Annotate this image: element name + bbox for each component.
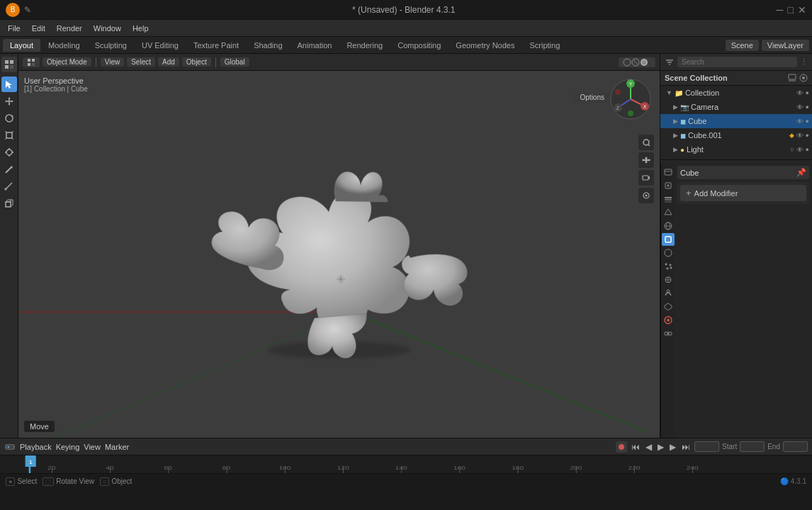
menu-edit[interactable]: Edit bbox=[27, 23, 50, 34]
collection-render-toggle[interactable]: ● bbox=[806, 89, 809, 97]
tab-texture-paint[interactable]: Texture Paint bbox=[186, 39, 246, 52]
output-properties-icon[interactable] bbox=[662, 179, 675, 192]
filter-icon[interactable] bbox=[665, 57, 675, 67]
timeline-type-icon[interactable] bbox=[4, 441, 16, 453]
timeline-ruler[interactable]: 1 20 40 60 80 100 120 140 160 180 200 22… bbox=[0, 455, 812, 473]
rotate-tool-button[interactable] bbox=[1, 110, 17, 126]
scene-filter-button[interactable]: ⋮ bbox=[800, 57, 808, 67]
tab-uv-editing[interactable]: UV Editing bbox=[135, 39, 186, 52]
play-button[interactable]: ▶ bbox=[656, 442, 665, 452]
editor-type-button[interactable] bbox=[23, 57, 40, 67]
tab-scripting[interactable]: Scripting bbox=[522, 39, 567, 52]
cube-view-toggle[interactable]: 👁 bbox=[796, 118, 803, 125]
object-shader-icon[interactable] bbox=[662, 327, 675, 340]
scene-properties-icon[interactable] bbox=[662, 206, 675, 219]
navigation-gizmo[interactable]: Y X Z bbox=[608, 76, 654, 123]
scene-badge[interactable]: Scene bbox=[726, 40, 759, 51]
render-properties-icon[interactable] bbox=[662, 166, 675, 178]
add-modifier-button[interactable]: + Add Modifier bbox=[680, 185, 806, 201]
close-button[interactable]: ✕ bbox=[798, 4, 806, 16]
minimize-button[interactable]: ─ bbox=[777, 4, 784, 16]
select-tool-button[interactable] bbox=[1, 76, 17, 92]
viewport-options-button[interactable]: Options bbox=[575, 92, 610, 103]
tab-animation[interactable]: Animation bbox=[291, 39, 339, 52]
tab-geometry-nodes[interactable]: Geometry Nodes bbox=[449, 39, 521, 52]
camera-render-toggle[interactable]: ● bbox=[806, 103, 809, 111]
record-button[interactable] bbox=[616, 441, 627, 453]
tab-rendering[interactable]: Rendering bbox=[339, 39, 390, 52]
cube001-render-toggle[interactable]: ● bbox=[806, 132, 809, 140]
keying-menu[interactable]: Keying bbox=[56, 443, 80, 451]
scene-search-input[interactable] bbox=[677, 57, 797, 67]
constraints-properties-icon[interactable] bbox=[662, 287, 675, 300]
scale-tool-button[interactable] bbox=[1, 128, 17, 143]
select-menu-button[interactable]: Select bbox=[127, 57, 155, 67]
add-cube-tool-button[interactable] bbox=[1, 196, 17, 211]
cube-render-toggle[interactable]: ● bbox=[806, 118, 809, 125]
scene-item-light[interactable]: ▶ ● Light ○ 👁 ● bbox=[660, 142, 812, 157]
modifier-section: + Add Modifier bbox=[677, 182, 809, 204]
object-mode-button[interactable]: Object Mode bbox=[43, 57, 91, 67]
maximize-button[interactable]: □ bbox=[788, 4, 794, 16]
material-properties-icon[interactable] bbox=[662, 314, 675, 327]
scene-item-collection[interactable]: ▼ 📁 Collection 👁 ● bbox=[660, 86, 812, 100]
menu-help[interactable]: Help bbox=[128, 23, 154, 34]
physics-properties-icon[interactable] bbox=[662, 273, 675, 286]
viewport-shading-buttons[interactable] bbox=[619, 57, 655, 67]
object-pin-icon[interactable]: 📌 bbox=[796, 168, 806, 177]
menu-window[interactable]: Window bbox=[89, 23, 126, 34]
cube-icon: ◼ bbox=[680, 118, 686, 125]
expand-icon[interactable]: ▼ bbox=[666, 89, 672, 96]
collection-view-toggle[interactable]: 👁 bbox=[796, 89, 803, 97]
move-tool-button[interactable] bbox=[1, 94, 17, 109]
particles-properties-icon[interactable] bbox=[662, 260, 675, 273]
menu-render[interactable]: Render bbox=[52, 23, 87, 34]
render-icon[interactable] bbox=[799, 74, 808, 82]
cube001-view-toggle[interactable]: 👁 bbox=[796, 132, 803, 140]
object-data-properties-icon[interactable] bbox=[662, 300, 675, 313]
jump-to-start-button[interactable]: ⏮ bbox=[630, 442, 641, 452]
transform-tool-button[interactable] bbox=[1, 144, 17, 160]
current-frame-input[interactable]: 1 bbox=[694, 441, 719, 452]
transform-button[interactable]: Global bbox=[220, 57, 249, 67]
playback-menu[interactable]: Playback bbox=[20, 443, 52, 451]
start-frame-input[interactable]: 1 bbox=[740, 441, 765, 452]
view-layer-properties-icon[interactable] bbox=[662, 193, 675, 205]
main-content: Object Mode View Select Add Object Globa… bbox=[0, 54, 812, 438]
light-render-toggle[interactable]: ● bbox=[806, 146, 809, 154]
tab-shading[interactable]: Shading bbox=[247, 39, 289, 52]
scene-item-camera[interactable]: ▶ 📷 Camera 👁 ● bbox=[660, 100, 812, 114]
viewlayer-badge[interactable]: ViewLayer bbox=[762, 40, 809, 51]
light-view-toggle[interactable]: 👁 bbox=[796, 146, 803, 154]
camera-view-toggle[interactable]: 👁 bbox=[796, 103, 803, 111]
jump-to-end-button[interactable]: ⏭ bbox=[680, 442, 692, 452]
prev-frame-button[interactable]: ◀ bbox=[644, 442, 653, 452]
viewport-3d[interactable]: Object Mode View Select Add Object Globa… bbox=[18, 54, 660, 438]
measure-tool-button[interactable] bbox=[1, 178, 17, 194]
menu-file[interactable]: File bbox=[3, 23, 26, 34]
object-properties-icon[interactable] bbox=[662, 233, 675, 246]
annotate-tool-button[interactable] bbox=[1, 162, 17, 177]
add-menu-button[interactable]: Add bbox=[158, 57, 179, 67]
tab-sculpting[interactable]: Sculpting bbox=[88, 39, 134, 52]
camera-view-button[interactable] bbox=[638, 170, 654, 186]
end-frame-input[interactable]: 250 bbox=[783, 441, 808, 452]
view-menu-button[interactable]: View bbox=[101, 57, 125, 67]
tab-layout[interactable]: Layout bbox=[3, 39, 40, 52]
scene-item-cube[interactable]: ▶ ◼ Cube 👁 ● bbox=[660, 114, 812, 128]
modifier-properties-icon[interactable] bbox=[662, 246, 675, 259]
zoom-to-fit-button[interactable] bbox=[638, 135, 654, 150]
scene-settings-button[interactable] bbox=[638, 188, 654, 203]
pan-button[interactable] bbox=[638, 152, 654, 168]
world-properties-icon[interactable] bbox=[662, 220, 675, 232]
object-menu-button[interactable]: Object bbox=[182, 57, 211, 67]
view-icon[interactable] bbox=[788, 74, 796, 82]
canvas-area[interactable]: User Perspective [1] Collection | Cube O… bbox=[18, 71, 660, 438]
tab-compositing[interactable]: Compositing bbox=[390, 39, 448, 52]
tab-modeling[interactable]: Modeling bbox=[41, 39, 87, 52]
next-frame-button[interactable]: ▶ bbox=[668, 442, 677, 452]
properties-main: Cube 📌 + Add Modifier bbox=[660, 163, 812, 438]
marker-menu[interactable]: Marker bbox=[105, 443, 129, 451]
view-menu-timeline[interactable]: View bbox=[84, 443, 101, 451]
scene-item-cube001[interactable]: ▶ ◼ Cube.001 ◆ 👁 ● bbox=[660, 128, 812, 142]
